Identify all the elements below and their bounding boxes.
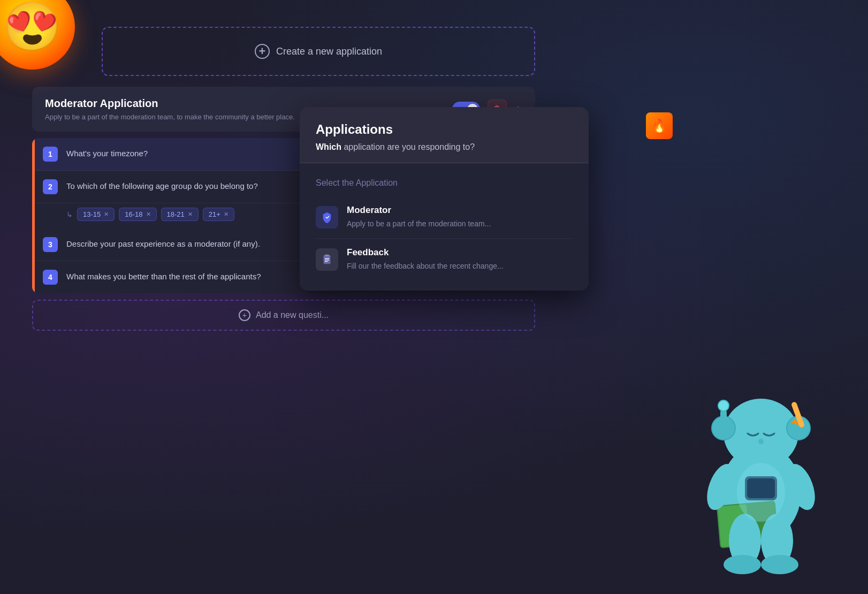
svg-point-6 — [724, 399, 798, 468]
svg-point-20 — [724, 555, 761, 574]
panel-header: Applications Which application are you r… — [300, 107, 589, 163]
moderator-option-name: Moderator — [347, 205, 491, 216]
question-number-1: 1 — [43, 147, 58, 162]
panel-select-area: Select the Application Moderator Apply t… — [300, 163, 589, 291]
add-question-button[interactable]: + Add a new questi... — [32, 300, 535, 331]
question-text-4: What makes you better than the rest of t… — [66, 270, 261, 281]
app-option-moderator[interactable]: Moderator Apply to be a part of the mode… — [316, 196, 573, 239]
age-tag-2[interactable]: 18-21 ✕ — [161, 208, 199, 221]
tag-close-0[interactable]: ✕ — [104, 211, 109, 218]
svg-rect-26 — [747, 478, 775, 498]
panel-title: Applications — [316, 122, 573, 137]
panel-subtitle-bold: Which — [316, 142, 341, 151]
add-question-label: Add a new questi... — [256, 310, 329, 320]
tag-close-2[interactable]: ✕ — [188, 211, 193, 218]
tag-close-1[interactable]: ✕ — [146, 211, 151, 218]
question-number-2: 2 — [43, 179, 58, 194]
svg-point-13 — [758, 439, 764, 444]
question-number-3: 3 — [43, 237, 58, 252]
age-tag-0[interactable]: 13-15 ✕ — [77, 208, 115, 221]
app-description: Apply to be a part of the moderation tea… — [45, 113, 295, 121]
feedback-option-desc: Fill our the feedback about the recent c… — [347, 261, 504, 272]
create-app-card[interactable]: + Create a new application — [102, 27, 535, 76]
orange-decoration: 🔥 — [646, 112, 673, 139]
select-placeholder: Select the Application — [316, 174, 573, 196]
app-option-feedback[interactable]: Feedback Fill our the feedback about the… — [316, 239, 573, 280]
panel-subtitle-rest: application are you responding to? — [341, 142, 475, 151]
svg-rect-0 — [324, 255, 331, 264]
svg-rect-1 — [325, 254, 329, 256]
robot-mascot — [675, 326, 847, 583]
moderator-icon — [316, 206, 338, 229]
tag-label-0: 13-15 — [83, 210, 101, 218]
tag-label-1: 16-18 — [125, 210, 142, 218]
applications-panel: Applications Which application are you r… — [300, 107, 589, 291]
svg-point-10 — [718, 400, 729, 411]
app-title: Moderator Application — [45, 97, 295, 110]
age-tag-3[interactable]: 21+ ✕ — [203, 208, 234, 221]
tag-label-2: 18-21 — [167, 210, 185, 218]
feedback-option-info: Feedback Fill our the feedback about the… — [347, 247, 504, 272]
create-app-label: Create a new application — [276, 46, 382, 57]
arrow-indent: ↳ — [66, 210, 73, 219]
app-card-info: Moderator Application Apply to be a part… — [45, 97, 295, 121]
moderator-option-desc: Apply to be a part of the moderation tea… — [347, 219, 491, 230]
add-question-plus-icon: + — [239, 309, 250, 321]
moderator-option-info: Moderator Apply to be a part of the mode… — [347, 205, 491, 230]
tag-close-3[interactable]: ✕ — [224, 211, 229, 218]
panel-subtitle: Which application are you responding to? — [316, 142, 573, 152]
question-text-3: Describe your past experience as a moder… — [66, 237, 260, 248]
svg-rect-9 — [720, 409, 727, 425]
feedback-icon — [316, 248, 338, 271]
question-text-2: To which of the following age group do y… — [66, 179, 258, 191]
feedback-option-name: Feedback — [347, 247, 504, 258]
question-number-4: 4 — [43, 270, 58, 285]
question-text-1: What's your timezone? — [66, 147, 148, 158]
create-app-plus-icon: + — [255, 44, 270, 59]
tag-label-3: 21+ — [209, 210, 220, 218]
age-tag-1[interactable]: 16-18 ✕ — [119, 208, 156, 221]
svg-point-21 — [761, 555, 798, 574]
